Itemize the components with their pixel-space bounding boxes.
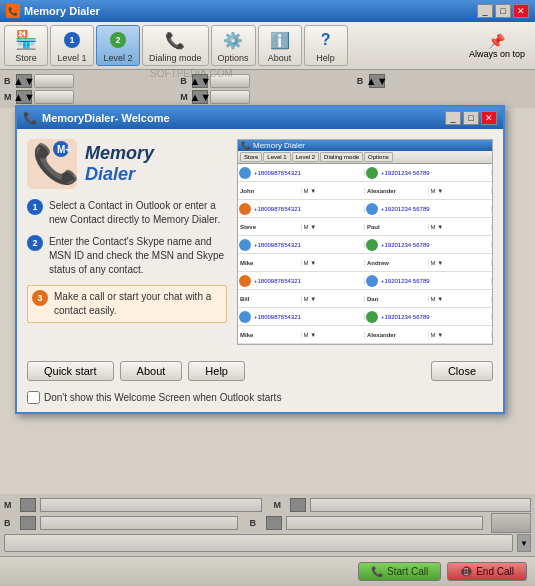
mini-row: Bill M ▼ Dan M ▼ [238,290,492,308]
dialog-title: MemoryDialer- Welcome [42,112,170,124]
toolbar-store[interactable]: 🏪 Store [4,25,48,66]
mini-row: +1800987654321 +19201234 56789 [238,236,492,254]
toolbar-help[interactable]: ? Help [304,25,348,66]
dialog-body: 📞 M+ Memory Dialer 1 Select a Contact in… [17,129,503,355]
row-btn-b1[interactable] [34,74,74,88]
bottom-dropdown-arrow[interactable]: ▼ [517,534,531,552]
row-control-b1[interactable]: ▲▼ [16,74,32,88]
top-dialer-area: B ▲▼ M ▲▼ B ▲▼ M ▲▼ B ▲▼ [0,70,535,108]
mini-toolbar: Store Level 1 Level 2 Dialing mode Optio… [238,151,492,164]
step-2: 2 Enter the Contact's Skype name and MSN… [27,235,227,277]
mini-app-panel: 📞 Memory Dialer Store Level 1 Level 2 Di… [237,139,493,345]
end-call-button[interactable]: 📵 End Call [447,562,527,581]
dont-show-checkbox-area: Don't show this Welcome Screen when Outl… [17,391,503,412]
app-name-memory: Memory [85,143,154,164]
dialog-title-bar: 📞 MemoryDialer- Welcome _ □ ✕ [17,107,503,129]
step-1: 1 Select a Contact in Outlook or enter a… [27,199,227,227]
end-phone-icon: 📵 [460,566,472,577]
phone-icon: 📞 [371,566,383,577]
level1-badge: 1 [64,32,80,48]
welcome-dialog: 📞 MemoryDialer- Welcome _ □ ✕ 📞 M+ Memor… [15,105,505,414]
about-label: About [268,53,292,63]
dialer-group-2: B ▲▼ M ▲▼ [180,73,354,105]
minimize-button[interactable]: _ [477,4,493,18]
toolbar-level1[interactable]: 1 Level 1 [50,25,94,66]
mini-row: +1800987654321 +19201234 56789 [238,164,492,182]
toolbar-dialing[interactable]: 📞 Dialing mode [142,25,209,66]
options-label: Options [218,53,249,63]
step-3-text: Make a call or start your chat with a co… [54,290,222,318]
row-btn-m1[interactable] [34,90,74,104]
maximize-button[interactable]: □ [495,4,511,18]
dialing-label: Dialing mode [149,53,202,63]
step-1-num: 1 [27,199,43,215]
title-bar: 📞 Memory Dialer _ □ ✕ [0,0,535,22]
mini-app-title: 📞 Memory Dialer [238,140,492,151]
bottom-btn-right[interactable] [491,513,531,533]
bottom-dialer-area: M M B B ▼ [0,494,535,556]
quick-start-button[interactable]: Quick start [27,361,114,381]
row-control-b3[interactable]: ▲▼ [369,74,385,88]
toolbar-about[interactable]: ℹ️ About [258,25,302,66]
store-label: Store [15,53,37,63]
row-control-b2[interactable]: ▲▼ [192,74,208,88]
toolbar-options[interactable]: ⚙️ Options [211,25,256,66]
bottom-input-b2[interactable] [286,516,484,530]
bottom-dropdown[interactable] [4,534,513,552]
mini-row: +1800987654321 +19201234 56789 [238,272,492,290]
status-bar: 📞 Start Call 📵 End Call [0,556,535,586]
close-button[interactable]: ✕ [513,4,529,18]
dialer-group-3: B ▲▼ [357,73,531,105]
mini-row: +1800987654321 +19201234 56789 [238,308,492,326]
app-title: Memory Dialer [85,143,154,185]
dont-show-label: Don't show this Welcome Screen when Outl… [44,392,281,403]
dialog-footer: Quick start About Help Close [17,355,503,391]
end-call-label: End Call [476,566,514,577]
phone-logo-icon: 📞 M+ [27,139,77,189]
help-button[interactable]: Help [188,361,245,381]
bottom-input-m2[interactable] [310,498,532,512]
step-1-text: Select a Contact in Outlook or enter a n… [49,199,227,227]
row-btn-m2[interactable] [210,90,250,104]
mini-row: John M ▼ Alexander M ▼ [238,182,492,200]
mini-row: +1800987654321 +19201234 56789 [238,200,492,218]
bottom-ctrl-m1[interactable] [20,498,36,512]
dialog-close-button[interactable]: ✕ [481,111,497,125]
step-3: 3 Make a call or start your chat with a … [27,285,227,323]
start-call-button[interactable]: 📞 Start Call [358,562,441,581]
mini-row: Mike M ▼ Alexander M ▼ [238,326,492,344]
bottom-ctrl-b2[interactable] [266,516,282,530]
row-btn-b2[interactable] [210,74,250,88]
step-3-num: 3 [32,290,48,306]
dialog-left-panel: 📞 M+ Memory Dialer 1 Select a Contact in… [27,139,227,345]
bottom-input-m1[interactable] [40,498,262,512]
mini-row: Mike M ▼ Andrew M ▼ [238,254,492,272]
dialer-group-1: B ▲▼ M ▲▼ [4,73,178,105]
window-title: Memory Dialer [24,5,100,17]
about-button[interactable]: About [120,361,183,381]
mini-row: Steve M ▼ Paul M ▼ [238,218,492,236]
start-call-label: Start Call [387,566,428,577]
app-name-dialer: Dialer [85,164,154,185]
bottom-ctrl-m2[interactable] [290,498,306,512]
row-control-m1[interactable]: ▲▼ [16,90,32,104]
window-controls: _ □ ✕ [477,4,529,18]
always-on-top-label: Always on top [469,49,525,59]
dont-show-checkbox[interactable] [27,391,40,404]
mini-grid: +1800987654321 +19201234 56789 John M ▼ … [238,164,492,344]
level2-label: Level 2 [103,53,132,63]
bottom-input-b1[interactable] [40,516,238,530]
dialog-minimize-button[interactable]: _ [445,111,461,125]
close-dialog-button[interactable]: Close [431,361,493,381]
toolbar-level2[interactable]: 2 Level 2 [96,25,140,66]
step-2-num: 2 [27,235,43,251]
toolbar: 🏪 Store 1 Level 1 2 Level 2 📞 Dialing mo… [0,22,535,70]
row-control-m2[interactable]: ▲▼ [192,90,208,104]
svg-text:M+: M+ [57,144,71,155]
app-header: 📞 M+ Memory Dialer [27,139,227,189]
level2-badge: 2 [110,32,126,48]
bottom-ctrl-b1[interactable] [20,516,36,530]
dialog-restore-button[interactable]: □ [463,111,479,125]
always-on-top-button[interactable]: 📌 Always on top [463,31,531,61]
help-label: Help [316,53,335,63]
